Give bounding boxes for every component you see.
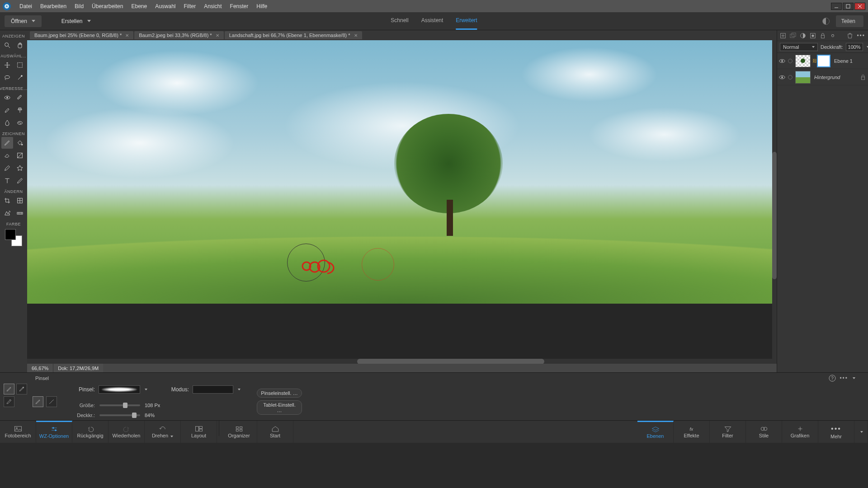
mode-tab-guided[interactable]: Assistent: [421, 12, 443, 30]
spot-heal-tool[interactable]: [14, 92, 26, 103]
layer-opacity-input[interactable]: 100%: [846, 43, 863, 51]
opacity-slider[interactable]: [99, 414, 140, 416]
visibility-icon[interactable]: [779, 58, 785, 64]
visibility-icon[interactable]: [779, 74, 785, 80]
theme-toggle-icon[interactable]: [822, 18, 830, 25]
task-home[interactable]: Start: [257, 421, 293, 443]
hand-tool[interactable]: [14, 39, 26, 51]
new-group-icon[interactable]: [790, 33, 796, 39]
doc-tab-1[interactable]: Baum.jpeg bei 25% (Ebene 0, RGB/8) *✕: [30, 31, 133, 39]
doc-tab-2[interactable]: Baum2.jpeg bei 33,3% (RGB/8) *✕: [134, 31, 223, 39]
eraser-tool[interactable]: [1, 150, 13, 161]
menu-hilfe[interactable]: Hilfe: [252, 3, 271, 9]
panel-styles[interactable]: Stile: [746, 421, 782, 443]
size-slider[interactable]: [99, 404, 140, 406]
panel-menu[interactable]: [854, 421, 868, 443]
marquee-tool[interactable]: [14, 59, 26, 71]
task-layout[interactable]: Layout: [181, 421, 217, 443]
redeye-tool[interactable]: [1, 92, 13, 103]
mode-tab-quick[interactable]: Schnell: [391, 12, 408, 30]
task-redo[interactable]: Wiederholen: [108, 421, 145, 443]
lock-icon[interactable]: [820, 33, 826, 39]
close-window-button[interactable]: [854, 3, 865, 10]
zoom-readout[interactable]: 66,67%: [27, 364, 53, 372]
sponge-tool[interactable]: [14, 117, 26, 129]
content-move-tool[interactable]: [1, 207, 13, 219]
blend-mode-select[interactable]: Normal: [780, 43, 818, 51]
brush-variant-3[interactable]: [4, 396, 14, 407]
share-button[interactable]: Teilen: [836, 15, 863, 27]
layer-row-hintergrund[interactable]: Hintergrund: [777, 69, 868, 85]
layer-thumbnail[interactable]: [795, 71, 811, 84]
text-tool[interactable]: [1, 175, 13, 187]
chevron-down-icon[interactable]: [238, 389, 241, 390]
create-button[interactable]: Erstellen: [55, 15, 97, 27]
brush-preview[interactable]: [99, 385, 140, 394]
maximize-button[interactable]: [843, 3, 854, 10]
brush-type-normal[interactable]: [33, 396, 43, 407]
layer-effects-icon[interactable]: [787, 58, 793, 64]
layer-effects-icon[interactable]: [787, 74, 793, 80]
straighten-tool[interactable]: [14, 207, 26, 219]
panel-more[interactable]: •••Mehr: [818, 421, 854, 443]
menu-ueberarbeiten[interactable]: Überarbeiten: [88, 3, 127, 9]
tablet-settings-button[interactable]: Tablet-Einstell. …: [257, 400, 302, 415]
brush-variant-1[interactable]: [4, 384, 14, 394]
menu-bearbeiten[interactable]: Bearbeiten: [36, 3, 71, 9]
mode-tab-expert[interactable]: Erweitert: [456, 12, 477, 30]
chevron-down-icon[interactable]: [145, 389, 147, 390]
color-swatch[interactable]: [5, 229, 22, 246]
menu-fenster[interactable]: Fenster: [226, 3, 253, 9]
zoom-tool[interactable]: [1, 39, 13, 51]
layer-name[interactable]: Ebene 1: [832, 58, 866, 64]
adjustment-layer-icon[interactable]: [800, 33, 806, 39]
brush-tool[interactable]: [1, 137, 13, 149]
open-button[interactable]: Öffnen: [5, 15, 42, 27]
panel-effects[interactable]: fxEffekte: [674, 421, 710, 443]
menu-auswahl[interactable]: Auswahl: [151, 3, 179, 9]
panel-menu-icon[interactable]: •••: [857, 33, 865, 39]
shape-tool[interactable]: [14, 162, 26, 174]
smart-brush-tool[interactable]: [1, 104, 13, 116]
minimize-button[interactable]: [831, 3, 842, 10]
panel-filters[interactable]: Filter: [710, 421, 746, 443]
brush-variant-2[interactable]: [16, 384, 27, 394]
close-icon[interactable]: ✕: [216, 33, 219, 38]
close-icon[interactable]: ✕: [354, 33, 358, 38]
layer-row-ebene1[interactable]: ⛓ Ebene 1: [777, 53, 868, 69]
lasso-tool[interactable]: [1, 72, 13, 84]
panel-layers[interactable]: Ebenen: [637, 421, 674, 443]
opacity-value[interactable]: 84%: [145, 413, 155, 418]
brush-type-impressionist[interactable]: [46, 396, 57, 407]
trash-icon[interactable]: [847, 33, 853, 39]
move-tool[interactable]: [1, 59, 13, 71]
layer-thumbnail[interactable]: [795, 55, 811, 67]
blur-tool[interactable]: [1, 117, 13, 129]
vertical-scrollbar[interactable]: [772, 40, 777, 359]
menu-datei[interactable]: Datei: [15, 3, 36, 9]
paint-bucket-tool[interactable]: [14, 137, 26, 149]
layer-name[interactable]: Hintergrund: [812, 75, 858, 80]
task-rotate[interactable]: Drehen: [145, 421, 181, 443]
doc-tab-3[interactable]: Landschaft.jpg bei 66,7% (Ebene 1, Ebene…: [225, 31, 362, 39]
menu-bild[interactable]: Bild: [71, 3, 88, 9]
menu-ansicht[interactable]: Ansicht: [200, 3, 226, 9]
close-icon[interactable]: ✕: [125, 33, 129, 38]
link-layers-icon[interactable]: [830, 33, 836, 39]
clone-stamp-tool[interactable]: [14, 104, 26, 116]
eyedropper-tool[interactable]: [1, 162, 13, 174]
brush-blendmode-select[interactable]: [193, 385, 233, 394]
pencil-tool[interactable]: [14, 175, 26, 187]
menu-filter[interactable]: Filter: [180, 3, 200, 9]
crop-tool[interactable]: [1, 195, 13, 206]
brush-settings-button[interactable]: Pinseleinstell. …: [257, 389, 302, 398]
recompose-tool[interactable]: [14, 195, 26, 206]
layer-mask-thumbnail[interactable]: [817, 55, 830, 67]
task-tooloptions[interactable]: WZ-Optionen: [36, 421, 72, 443]
task-organizer[interactable]: Organizer: [221, 421, 257, 443]
task-photobin[interactable]: Fotobereich: [0, 421, 36, 443]
menu-ebene[interactable]: Ebene: [127, 3, 151, 9]
gradient-tool[interactable]: [14, 150, 26, 161]
size-value[interactable]: 108 Px: [145, 403, 160, 408]
foreground-color[interactable]: [5, 229, 16, 240]
